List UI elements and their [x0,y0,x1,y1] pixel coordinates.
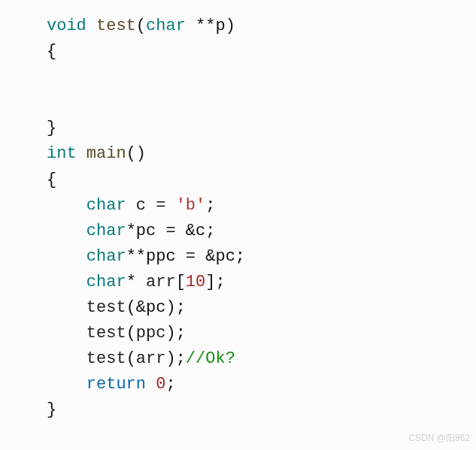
code-line-9: char*pc = &c; [47,219,476,244]
brace-open: { [47,171,56,189]
keyword-char: char [86,196,126,215]
code-line-2: { [47,39,476,65]
keyword-return: return [86,375,146,394]
code-line-12: test(&pc); [47,295,476,321]
watermark-text: CSDN @阳862 [408,431,470,445]
brace-close: } [47,400,56,419]
indent [47,298,86,317]
num-0: 0 [156,375,165,394]
code-line-13: test(ppc); [47,321,476,346]
space [176,247,186,266]
equals: = [186,247,196,266]
keyword-char: char [86,222,126,240]
indent [47,222,86,240]
func-main: main [86,144,126,163]
code-line-3 [47,65,476,90]
var-pc: *pc [126,222,156,240]
param-p: **p [196,17,226,35]
keyword-char: char [146,17,186,35]
brace-open: { [47,42,56,61]
space [156,222,165,240]
keyword-void: void [47,17,86,35]
indent [47,349,86,368]
close-bracket: ] [205,273,215,291]
addr-pc: &pc [205,247,235,266]
code-line-1: void test(char **p) [47,14,476,39]
space [186,17,196,35]
call-test: test [86,324,126,343]
num-10: 10 [186,273,205,291]
code-block: void test(char **p) { } int main() { cha… [47,14,476,424]
code-line-14: test(arr);//Ok? [47,346,476,372]
space [196,247,205,266]
space [146,196,156,215]
close-paren: ) [136,144,146,163]
semicolon: ; [165,375,175,394]
func-test: test [96,17,136,35]
space [77,144,86,163]
var-c: c [136,196,146,215]
addr-c: &c [186,222,205,240]
arg-addr-pc: &pc [136,298,166,317]
open-paren: ( [126,324,136,343]
semicolon: ; [205,222,215,240]
open-paren: ( [126,349,136,368]
equals: = [156,196,165,215]
close-paren: ) [226,17,235,35]
arg-arr: arr [136,349,166,368]
close-paren: ) [165,324,175,343]
keyword-int: int [47,144,77,163]
semicolon: ; [176,349,186,368]
brace-close: } [47,119,56,137]
space [146,375,156,394]
code-line-8: char c = 'b'; [47,193,476,219]
code-line-5: } [47,116,476,141]
code-line-15: return 0; [47,372,476,397]
call-test: test [86,349,126,368]
star: * [126,273,136,291]
indent [47,324,86,343]
var-ppc: **ppc [126,247,176,266]
close-paren: ) [165,298,175,317]
code-line-6: int main() [47,141,476,167]
comment-ok: //Ok? [186,349,235,368]
semicolon: ; [205,196,215,215]
space [86,17,96,35]
indent [47,375,86,394]
semicolon: ; [176,324,186,343]
indent [47,247,86,266]
open-bracket: [ [176,273,186,291]
semicolon: ; [235,247,245,266]
code-line-4 [47,90,476,116]
space [165,196,175,215]
close-paren: ) [165,349,175,368]
open-paren: ( [136,17,146,35]
space [136,273,146,291]
semicolon: ; [176,298,186,317]
keyword-char: char [86,273,126,291]
keyword-char: char [86,247,126,266]
arg-ppc: ppc [136,324,166,343]
space [126,196,136,215]
char-literal-b: 'b' [176,196,206,215]
code-line-7: { [47,168,476,193]
semicolon: ; [215,273,225,291]
call-test: test [86,298,126,317]
var-arr: arr [146,273,176,291]
open-paren: ( [126,144,136,163]
space [176,222,186,240]
code-line-10: char**ppc = &pc; [47,244,476,270]
indent [47,273,86,291]
code-line-16: } [47,397,476,423]
equals: = [165,222,175,240]
code-line-11: char* arr[10]; [47,270,476,295]
open-paren: ( [126,298,136,317]
indent [47,196,86,215]
